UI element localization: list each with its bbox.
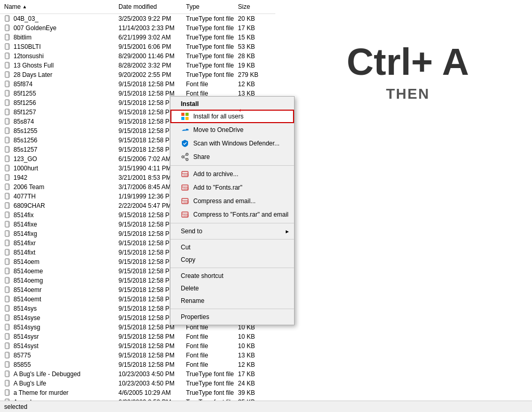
file-name: 85s1257	[0, 145, 114, 154]
file-name: 8514fixt	[0, 248, 114, 257]
table-row[interactable]: 04B_03_ 3/25/2003 9:22 PM TrueType font …	[0, 14, 275, 23]
menu-compress-rar-email[interactable]: RAR Compress to "Fonts.rar" and email	[170, 208, 294, 221]
rar-icon: RAR	[181, 183, 189, 192]
header-name[interactable]: Name ▲	[0, 1, 114, 12]
defender-icon	[181, 139, 189, 148]
table-row[interactable]: 13 Ghosts Full 8/28/2002 3:32 PM TrueTyp…	[0, 61, 275, 70]
menu-install-all[interactable]: Install for all users	[170, 110, 294, 123]
header-date[interactable]: Date modified	[114, 1, 182, 12]
table-row[interactable]: 8514syst 9/15/2018 12:58 PM Font file 10…	[0, 341, 275, 351]
file-icon	[4, 314, 11, 322]
then-text: THEN	[386, 86, 430, 102]
file-type: TrueType font file	[182, 379, 234, 388]
table-row[interactable]: A Bug's Life - Debugged 10/23/2003 4:50 …	[0, 369, 275, 379]
table-row[interactable]: 11S0BLTI 9/15/2001 6:06 PM TrueType font…	[0, 42, 275, 51]
menu-delete[interactable]: Delete	[170, 282, 294, 295]
file-name: 8514fixg	[0, 230, 114, 238]
file-name: 85f1256	[0, 99, 114, 107]
header-type[interactable]: Type	[182, 1, 234, 12]
table-row[interactable]: 28 Days Later 9/20/2002 2:55 PM TrueType…	[0, 70, 275, 79]
file-icon	[4, 202, 11, 209]
file-name: 8514oem	[0, 258, 114, 266]
table-row[interactable]: 8bitlim 6/21/1999 3:02 AM TrueType font …	[0, 33, 275, 42]
file-name: 123_GO	[0, 155, 114, 163]
file-icon	[4, 71, 11, 78]
file-date: 9/15/2001 6:06 PM	[114, 43, 182, 51]
file-icon	[4, 146, 11, 153]
file-icon	[4, 277, 11, 284]
file-size: 20 KB	[234, 15, 270, 23]
table-row[interactable]: 85f874 9/15/2018 12:58 PM Font file 12 K…	[0, 79, 275, 89]
file-type: TrueType font file	[182, 71, 234, 79]
file-name: 8514oemt	[0, 295, 114, 303]
table-row[interactable]: A Bug's Life 10/23/2003 4:50 PM TrueType…	[0, 379, 275, 388]
file-name: 04B_03_	[0, 15, 114, 23]
header-size[interactable]: Size	[234, 1, 270, 12]
archive-icon: RAR	[181, 170, 189, 178]
status-text: selected	[4, 403, 28, 410]
menu-rename[interactable]: Rename	[170, 295, 294, 307]
file-icon	[4, 118, 11, 125]
file-name: 6809CHAR	[0, 202, 114, 210]
file-type: TrueType font file	[182, 15, 234, 23]
file-list-header: Name ▲ Date modified Type Size	[0, 0, 275, 14]
table-row[interactable]: a Theme for murder 4/6/2005 10:29 AM Tru…	[0, 388, 275, 397]
file-icon	[4, 211, 11, 219]
file-date: 9/15/2018 12:58 PM	[114, 333, 182, 341]
arrow-cursor: →	[237, 105, 247, 117]
menu-cut[interactable]: Cut	[170, 241, 294, 254]
table-row[interactable]: 85855 9/15/2018 12:58 PM Font file 12 KB	[0, 360, 275, 369]
status-bar: selected	[0, 401, 532, 412]
menu-send-to[interactable]: Send to ►	[170, 225, 294, 237]
file-icon	[4, 305, 11, 312]
table-row[interactable]: 12tonsushi 8/29/2000 11:46 PM TrueType f…	[0, 51, 275, 61]
file-icon	[4, 370, 11, 378]
svg-rect-89	[185, 117, 189, 120]
file-icon	[4, 165, 11, 172]
file-name: 8514fixe	[0, 220, 114, 229]
file-icon	[4, 90, 11, 97]
menu-compress-email[interactable]: RAR Compress and email...	[170, 194, 294, 208]
file-size: 53 KB	[234, 43, 270, 51]
file-date: 10/23/2003 4:50 PM	[114, 379, 182, 388]
menu-copy[interactable]: Copy	[170, 254, 294, 266]
file-size: 12 KB	[234, 361, 270, 369]
file-type: TrueType font file	[182, 43, 234, 51]
menu-separator-3	[170, 239, 294, 240]
menu-add-archive[interactable]: RAR Add to archive...	[170, 167, 294, 181]
context-menu: Install Install for all users Move to On…	[170, 96, 295, 325]
table-row[interactable]: 85775 9/15/2018 12:58 PM Font file 13 KB	[0, 351, 275, 360]
file-name: 1000hurt	[0, 164, 114, 172]
menu-separator-4	[170, 268, 294, 268]
svg-point-90	[186, 153, 188, 155]
menu-move-onedrive[interactable]: Move to OneDrive	[170, 123, 294, 137]
table-row[interactable]: 007 GoldenEye 11/14/2003 2:33 PM TrueTyp…	[0, 23, 275, 33]
file-name: 8514sysg	[0, 323, 114, 331]
file-icon	[4, 99, 11, 107]
file-icon	[4, 258, 11, 265]
file-name: 85f874	[0, 80, 114, 88]
menu-add-rar[interactable]: RAR Add to "Fonts.rar"	[170, 181, 294, 194]
file-size: 28 KB	[234, 52, 270, 60]
menu-properties[interactable]: Properties	[170, 311, 294, 323]
file-name: 1942	[0, 174, 114, 182]
menu-create-shortcut[interactable]: Create shortcut	[170, 270, 294, 282]
file-icon	[4, 352, 11, 359]
menu-scan[interactable]: Scan with Windows Defender...	[170, 137, 294, 150]
file-type: TrueType font file	[182, 24, 234, 32]
file-type: Font file	[182, 80, 234, 88]
ctrl-a-text: Ctrl+ A	[347, 43, 469, 81]
svg-rect-86	[181, 113, 184, 116]
menu-separator-5	[170, 309, 294, 309]
file-name: a Theme for murder	[0, 389, 114, 397]
menu-install[interactable]: Install	[170, 98, 294, 110]
svg-text:RAR: RAR	[183, 187, 189, 190]
svg-line-93	[184, 155, 186, 156]
file-name: 85f1257	[0, 108, 114, 116]
file-size: 279 KB	[234, 71, 270, 79]
menu-share[interactable]: Share	[170, 150, 294, 164]
file-name: 4077TH	[0, 192, 114, 201]
compress-icon: RAR	[181, 197, 189, 205]
table-row[interactable]: 8514sysr 9/15/2018 12:58 PM Font file 10…	[0, 332, 275, 341]
file-type: TrueType font file	[182, 370, 234, 378]
